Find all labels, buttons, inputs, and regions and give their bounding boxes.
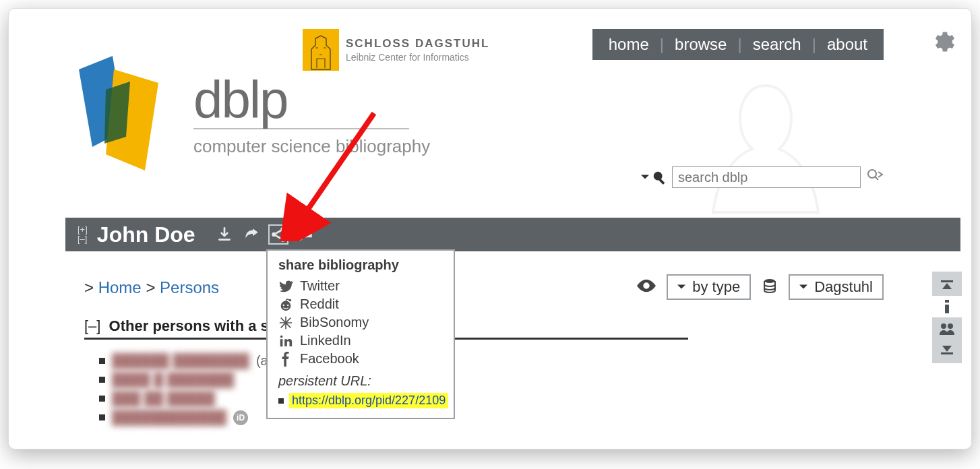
search-input[interactable] [672, 166, 861, 188]
person-name-blurred: ███ ██ █████ [112, 391, 215, 406]
svg-point-15 [280, 335, 283, 338]
person-name: John Doe [97, 222, 195, 247]
rail-bottom-icon[interactable] [932, 340, 962, 359]
orcid-icon: iD [233, 410, 248, 425]
chevron-down-icon [677, 283, 685, 291]
logo-name: dblp [193, 76, 430, 123]
bullet-icon [99, 358, 105, 364]
nav-browse[interactable]: browse [675, 35, 727, 54]
person-name-blurred: ████████████ [112, 410, 226, 425]
share-facebook[interactable]: Facebook [278, 350, 443, 368]
bullet-icon [99, 414, 105, 420]
nav-search[interactable]: search [753, 35, 801, 54]
chevron-down-icon [799, 283, 807, 291]
svg-rect-18 [945, 300, 949, 303]
share-dropdown: share bibliography Twitter Reddit BibSon… [266, 249, 455, 419]
bullet-icon [99, 377, 105, 383]
rail-info-icon[interactable] [932, 296, 962, 317]
sort-dropdown[interactable]: by type [667, 274, 751, 300]
share-bibsonomy[interactable]: BibSonomy [278, 313, 443, 332]
view-controls: by type Dagstuhl [637, 274, 884, 300]
export-icon[interactable] [243, 226, 260, 243]
svg-point-21 [948, 323, 953, 329]
twitter-icon [278, 279, 293, 294]
bibsonomy-icon [278, 315, 293, 330]
svg-point-16 [764, 279, 775, 283]
bullet-icon [278, 398, 284, 404]
svg-rect-22 [941, 352, 953, 354]
svg-point-8 [280, 237, 285, 242]
comment-icon[interactable] [297, 226, 314, 243]
visibility-icon[interactable] [637, 279, 656, 295]
svg-rect-14 [280, 339, 283, 346]
database-icon[interactable] [762, 278, 778, 296]
magnifier-icon [652, 170, 667, 185]
sidebar-rail [932, 272, 962, 363]
rail-top-icon[interactable] [932, 276, 962, 294]
nav-home[interactable]: home [609, 35, 649, 54]
bullet-icon [99, 396, 105, 402]
svg-rect-17 [941, 280, 953, 282]
share-reddit[interactable]: Reddit [278, 295, 443, 313]
svg-rect-19 [945, 305, 949, 313]
gear-icon[interactable] [929, 29, 955, 57]
chevron-down-icon [641, 173, 649, 181]
share-twitter[interactable]: Twitter [278, 277, 443, 295]
share-linkedin[interactable]: LinkedIn [278, 332, 443, 350]
reddit-icon [278, 297, 293, 312]
svg-rect-4 [659, 179, 665, 185]
share-title: share bibliography [278, 257, 443, 273]
mirror-dropdown[interactable]: Dagstuhl [789, 274, 884, 300]
top-nav: home| browse| search| about [592, 29, 884, 60]
breadcrumb-home[interactable]: Home [98, 278, 142, 296]
persistent-url[interactable]: https://dblp.org/pid/227/2109 [278, 393, 443, 408]
svg-point-7 [280, 227, 285, 232]
search-go-icon[interactable] [866, 168, 884, 187]
search-container [641, 166, 884, 188]
dagstuhl-line1: SCHLOSS DAGSTUHL [346, 37, 489, 51]
search-options-toggle[interactable] [641, 170, 667, 185]
svg-point-13 [287, 304, 288, 305]
download-icon[interactable] [216, 226, 233, 243]
share-icon[interactable] [270, 226, 287, 243]
dblp-mark-icon [65, 49, 173, 184]
logo-tagline: computer science bibliography [193, 136, 430, 157]
subsection-toggle[interactable]: [–] [84, 317, 100, 334]
svg-point-12 [283, 304, 284, 305]
breadcrumb: > Home > Persons [84, 278, 219, 297]
person-name-blurred: ██████ ████████ [112, 353, 249, 369]
facebook-icon [278, 352, 293, 367]
dblp-logo[interactable]: dblp computer science bibliography [65, 49, 430, 184]
svg-point-20 [941, 323, 946, 329]
person-name-blurred: ████ █ ███████ [112, 372, 234, 387]
persistent-url-label: persistent URL: [278, 373, 443, 389]
svg-point-10 [281, 301, 291, 311]
rail-coauthors-icon[interactable] [932, 319, 962, 339]
person-header: [+] [–] John Doe [65, 218, 960, 251]
svg-point-6 [272, 232, 276, 237]
expand-collapse-toggle[interactable]: [+] [–] [78, 225, 88, 243]
avatar-silhouette-icon [702, 79, 830, 234]
nav-about[interactable]: about [827, 35, 867, 54]
breadcrumb-persons[interactable]: Persons [160, 278, 219, 296]
linkedin-icon [278, 334, 293, 348]
